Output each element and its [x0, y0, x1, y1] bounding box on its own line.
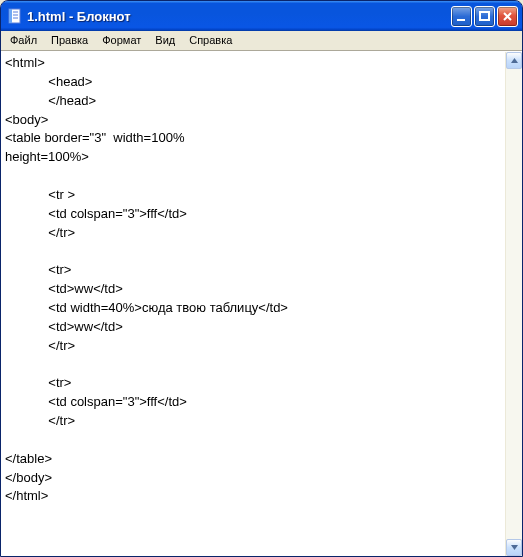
- editor-area: <html> <head> </head> <body> <table bord…: [1, 51, 522, 556]
- menu-help[interactable]: Справка: [182, 31, 239, 50]
- close-button[interactable]: [497, 6, 518, 27]
- notepad-icon: [7, 8, 23, 24]
- svg-rect-1: [9, 9, 12, 23]
- menu-edit[interactable]: Правка: [44, 31, 95, 50]
- maximize-button[interactable]: [474, 6, 495, 27]
- notepad-window: 1.html - Блокнот Файл Правка Формат Вид …: [0, 0, 523, 557]
- scroll-up-button[interactable]: [506, 52, 522, 69]
- svg-rect-5: [457, 19, 465, 21]
- minimize-button[interactable]: [451, 6, 472, 27]
- window-title: 1.html - Блокнот: [27, 9, 451, 24]
- svg-rect-6: [480, 12, 489, 20]
- menu-view[interactable]: Вид: [148, 31, 182, 50]
- vertical-scrollbar[interactable]: [505, 52, 522, 556]
- window-controls: [451, 6, 518, 27]
- svg-marker-9: [511, 58, 518, 63]
- menubar: Файл Правка Формат Вид Справка: [1, 31, 522, 51]
- scroll-track[interactable]: [506, 69, 522, 539]
- menu-file[interactable]: Файл: [3, 31, 44, 50]
- text-editor[interactable]: <html> <head> </head> <body> <table bord…: [1, 52, 505, 556]
- titlebar[interactable]: 1.html - Блокнот: [1, 1, 522, 31]
- scroll-down-button[interactable]: [506, 539, 522, 556]
- menu-format[interactable]: Формат: [95, 31, 148, 50]
- svg-marker-10: [511, 545, 518, 550]
